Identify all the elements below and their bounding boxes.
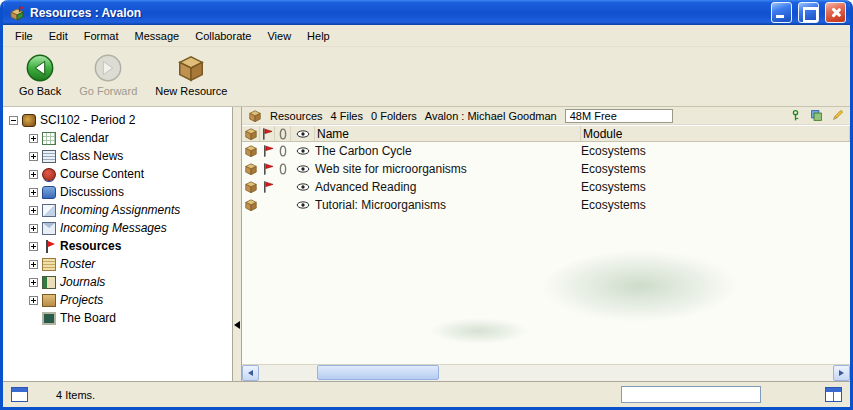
tree-item-label: The Board [60, 311, 116, 325]
tree-root-label: SCI102 - Period 2 [40, 113, 135, 127]
expand-plus-icon[interactable] [29, 224, 38, 233]
horizontal-scrollbar[interactable] [242, 364, 850, 381]
tree-item-resources[interactable]: Resources [7, 237, 232, 255]
tree-root-sci102[interactable]: SCI102 - Period 2 [7, 111, 232, 129]
scroll-track[interactable] [259, 365, 833, 381]
tree-item-projects[interactable]: Projects [7, 291, 232, 309]
menu-item-file[interactable]: File [7, 27, 41, 45]
expand-plus-icon[interactable] [29, 206, 38, 215]
resources-box-icon [248, 109, 262, 123]
table-row[interactable]: Advanced Reading Ecosystems [242, 178, 850, 196]
board-icon [42, 312, 56, 325]
tree-item-class-news[interactable]: Class News [7, 147, 232, 165]
scroll-thumb[interactable] [317, 365, 439, 380]
tree-item-label: Journals [60, 275, 105, 289]
expand-plus-icon[interactable] [29, 278, 38, 287]
pencil-icon[interactable] [831, 109, 844, 122]
name-column-header[interactable]: Name [315, 126, 581, 141]
collapse-expander-icon[interactable] [9, 116, 18, 125]
titlebar[interactable]: Resources : Avalon [3, 0, 850, 25]
layers-icon[interactable] [810, 109, 823, 122]
flag-icon [42, 240, 56, 253]
roster-icon [42, 258, 56, 271]
menu-item-edit[interactable]: Edit [41, 27, 76, 45]
go-forward-button[interactable]: Go Forward [71, 51, 145, 99]
back-arrow-icon [25, 53, 55, 83]
resource-name: Tutorial: Microorganisms [315, 198, 581, 212]
toolbar: Go Back Go Forward New Resource [3, 47, 850, 107]
close-button[interactable] [825, 2, 846, 23]
status-field[interactable] [621, 386, 761, 403]
expand-plus-icon[interactable] [29, 242, 38, 251]
table-row[interactable]: Tutorial: Microorganisms Ecosystems [242, 196, 850, 214]
course-icon [22, 114, 36, 127]
menu-item-format[interactable]: Format [76, 27, 127, 45]
expand-plus-icon[interactable] [29, 170, 38, 179]
panel-splitter[interactable] [233, 107, 241, 381]
course-tree: SCI102 - Period 2 Calendar Class News Co… [3, 107, 233, 381]
resource-name: Advanced Reading [315, 180, 581, 194]
tree-item-discussions[interactable]: Discussions [7, 183, 232, 201]
tree-item-incoming-assignments[interactable]: Incoming Assignments [7, 201, 232, 219]
tree-item-label: Roster [60, 257, 95, 271]
resources-panel: Resources 4 Files 0 Folders Avalon : Mic… [241, 107, 850, 381]
menubar: FileEditFormatMessageCollaborateViewHelp [3, 25, 850, 47]
resource-box-icon [244, 198, 258, 212]
resource-box-icon [244, 144, 258, 158]
layout-view-icon[interactable] [825, 387, 842, 402]
module-column-header[interactable]: Module [581, 126, 850, 141]
scroll-left-button[interactable] [242, 365, 259, 381]
owner-label: Avalon : Michael Goodman [425, 110, 557, 122]
calendar-icon [42, 132, 56, 145]
menu-item-help[interactable]: Help [299, 27, 338, 45]
tree-item-label: Class News [60, 149, 123, 163]
folders-count: 0 Folders [371, 110, 417, 122]
table-column-headers[interactable]: Name Module [242, 125, 850, 142]
menu-item-collaborate[interactable]: Collaborate [187, 27, 259, 45]
go-forward-label: Go Forward [79, 85, 137, 97]
calendar-view-icon[interactable] [11, 387, 28, 402]
resource-list: The Carbon Cycle Ecosystems Web site for… [242, 142, 850, 364]
tree-item-label: Projects [60, 293, 103, 307]
flag-column-icon [260, 127, 274, 141]
forward-arrow-icon [93, 53, 123, 83]
tree-item-course-content[interactable]: Course Content [7, 165, 232, 183]
new-resource-button[interactable]: New Resource [147, 51, 235, 99]
expand-plus-icon[interactable] [29, 296, 38, 305]
app-icon [9, 5, 25, 21]
tree-item-the-board[interactable]: The Board [7, 309, 232, 327]
attachment-icon [276, 162, 290, 176]
expand-plus-icon[interactable] [29, 260, 38, 269]
resource-name: The Carbon Cycle [315, 144, 581, 158]
eye-column-icon [296, 127, 310, 141]
tree-item-journals[interactable]: Journals [7, 273, 232, 291]
splitter-collapse-icon[interactable] [234, 321, 240, 329]
box-column-icon [244, 127, 258, 141]
tree-item-calendar[interactable]: Calendar [7, 129, 232, 147]
content-icon [42, 168, 56, 181]
key-icon[interactable] [789, 109, 802, 122]
expand-plus-icon[interactable] [29, 134, 38, 143]
files-count: 4 Files [331, 110, 363, 122]
tree-item-incoming-messages[interactable]: Incoming Messages [7, 219, 232, 237]
tree-item-roster[interactable]: Roster [7, 255, 232, 273]
expand-plus-icon[interactable] [29, 188, 38, 197]
assignments-icon [42, 204, 56, 217]
map-watermark [542, 250, 737, 322]
maximize-button[interactable] [798, 2, 819, 23]
minimize-button[interactable] [771, 2, 792, 23]
attachment-icon [276, 144, 290, 158]
go-back-label: Go Back [19, 85, 61, 97]
expand-plus-icon[interactable] [29, 152, 38, 161]
go-back-button[interactable]: Go Back [11, 51, 69, 99]
table-row[interactable]: Web site for microorganisms Ecosystems [242, 160, 850, 178]
menu-item-view[interactable]: View [259, 27, 299, 45]
discussions-icon [42, 186, 56, 199]
menu-item-message[interactable]: Message [127, 27, 188, 45]
attachment-column-icon [276, 127, 290, 141]
projects-icon [42, 294, 56, 307]
tree-item-label: Calendar [60, 131, 109, 145]
table-row[interactable]: The Carbon Cycle Ecosystems [242, 142, 850, 160]
resource-module: Ecosystems [581, 180, 850, 194]
scroll-right-button[interactable] [833, 365, 850, 381]
